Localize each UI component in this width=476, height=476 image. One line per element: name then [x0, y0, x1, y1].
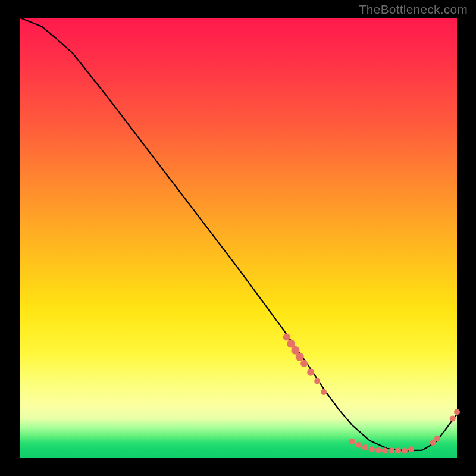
marker-dot [430, 440, 436, 446]
marker-dot [283, 334, 290, 341]
marker-dot [450, 415, 456, 421]
marker-dot [296, 353, 304, 361]
chart-svg [20, 18, 457, 458]
marker-dot [300, 360, 308, 367]
marker-dot [356, 442, 362, 448]
marker-dot [375, 447, 381, 453]
marker-dot [362, 444, 368, 450]
marker-dot [402, 447, 408, 453]
marker-dot [314, 378, 320, 384]
highlight-markers [283, 334, 460, 454]
marker-dot [321, 389, 327, 395]
bottleneck-curve [20, 18, 457, 450]
marker-dot [382, 447, 388, 453]
marker-dot [408, 446, 414, 452]
marker-dot [369, 446, 375, 452]
marker-dot [395, 447, 401, 453]
chart-plot-area [20, 18, 457, 458]
marker-dot [389, 447, 394, 453]
chart-stage: TheBottleneck.com [0, 0, 476, 476]
marker-dot [349, 439, 355, 444]
watermark-label: TheBottleneck.com [359, 2, 468, 17]
marker-dot [454, 409, 460, 415]
marker-dot [434, 436, 440, 441]
marker-dot [307, 369, 314, 376]
